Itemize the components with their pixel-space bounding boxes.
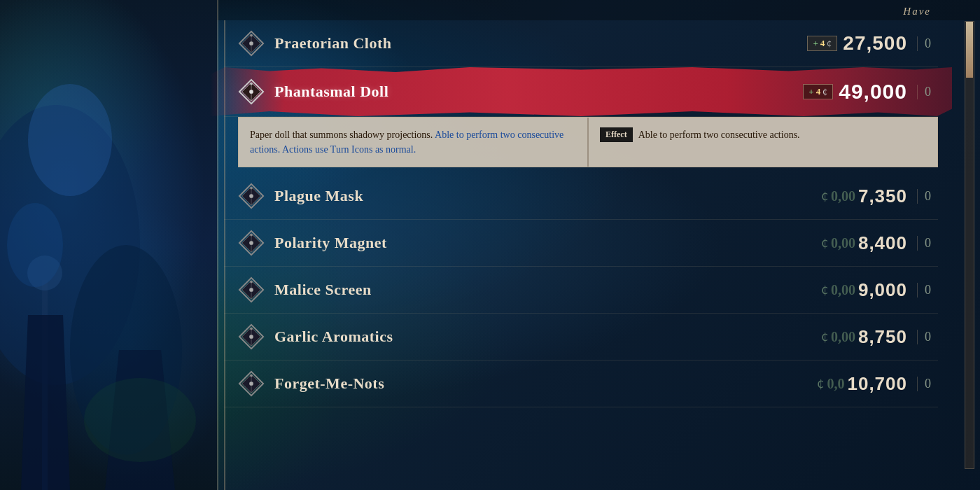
- price-main-polarity-magnet: 8,400: [858, 232, 907, 254]
- price-dimmed-forget-me-nots: 0,0: [827, 376, 844, 392]
- price-section-plague-mask: ₵ 0,00 7,350 0: [821, 186, 931, 207]
- desc-text-plain: Paper doll that summons shadowy projecti…: [250, 130, 435, 140]
- svg-point-33: [250, 281, 253, 284]
- svg-point-8: [84, 378, 196, 462]
- svg-marker-4: [21, 315, 70, 490]
- list-item[interactable]: Garlic Aromatics ₵ 0,00 8,750 0: [224, 314, 938, 360]
- svg-point-23: [250, 187, 253, 190]
- price-dimmed-polarity-magnet: 0,00: [831, 235, 855, 251]
- desc-right-panel: Effect Able to perform two consecutive a…: [589, 118, 937, 167]
- effect-text: Able to perform two consecutive actions.: [638, 127, 800, 142]
- svg-point-32: [249, 288, 253, 292]
- price-section-forget-me-nots: ₵ 0,0 10,700 0: [817, 373, 931, 395]
- price-dimmed-plague-mask: 0,00: [831, 188, 855, 204]
- have-count-garlic-aromatics: 0: [917, 330, 931, 344]
- price-dimmed-malice-screen: 0,00: [831, 282, 855, 298]
- svg-point-42: [249, 382, 253, 386]
- svg-point-37: [249, 335, 253, 339]
- svg-point-18: [250, 83, 253, 85]
- item-name-praetorian-cloth: Praetorian Cloth: [274, 34, 804, 52]
- item-icon-forget-me-nots: [238, 370, 265, 397]
- item-name-polarity-magnet: Polarity Magnet: [274, 234, 821, 252]
- price-section-garlic-aromatics: ₵ 0,00 8,750 0: [821, 326, 931, 348]
- currency-icon: ₵: [821, 237, 828, 250]
- item-icon-malice-screen: [238, 276, 265, 303]
- svg-point-38: [250, 328, 253, 330]
- qty-currency: ₵: [822, 88, 827, 97]
- item-name-malice-screen: Malice Screen: [274, 281, 821, 299]
- effect-badge: Effect: [600, 127, 633, 142]
- have-label: Have: [903, 6, 931, 18]
- price-dimmed-garlic-aromatics: 0,00: [831, 329, 855, 345]
- qty-badge-phantasmal: + 4 ₵: [803, 84, 833, 99]
- left-panel: [0, 0, 217, 490]
- price-main-plague-mask: 7,350: [858, 186, 907, 207]
- list-item[interactable]: Praetorian Cloth + 4 ₵ 27,500 0: [224, 20, 938, 67]
- have-count-plague-mask: 0: [917, 189, 931, 204]
- qty-num: 4: [820, 38, 825, 49]
- svg-point-43: [250, 374, 253, 377]
- currency-icon: ₵: [821, 190, 828, 203]
- list-item[interactable]: Forget-Me-Nots ₵ 0,0 10,700 0: [224, 360, 938, 407]
- item-name-garlic-aromatics: Garlic Aromatics: [274, 328, 821, 346]
- item-icon-phantasmal-doll: [238, 78, 265, 105]
- item-list: Praetorian Cloth + 4 ₵ 27,500 0: [217, 20, 980, 490]
- item-name-plague-mask: Plague Mask: [274, 187, 821, 205]
- item-icon-praetorian-cloth: [238, 30, 265, 57]
- have-count-phantasmal: 0: [917, 85, 931, 99]
- price-main-malice-screen: 9,000: [858, 279, 907, 301]
- item-icon-polarity-magnet: [238, 230, 265, 256]
- price-main-phantasmal: 49,000: [839, 80, 907, 104]
- qty-currency: ₵: [827, 39, 832, 48]
- svg-point-22: [249, 194, 253, 198]
- desc-left-panel: Paper doll that summons shadowy projecti…: [239, 118, 589, 167]
- list-item[interactable]: Plague Mask ₵ 0,00 7,350 0: [224, 173, 938, 220]
- item-description-panel: Paper doll that summons shadowy projecti…: [238, 117, 938, 167]
- price-section-phantasmal: + 4 ₵ 49,000 0: [800, 80, 931, 104]
- header-bar: Have: [217, 0, 980, 20]
- price-main-praetorian: 27,500: [843, 32, 907, 55]
- qty-badge-praetorian: + 4 ₵: [807, 36, 837, 51]
- plus-icon: +: [808, 86, 813, 97]
- item-icon-plague-mask: [238, 183, 265, 209]
- plus-icon: +: [813, 38, 818, 49]
- desc-text: Paper doll that summons shadowy projecti…: [250, 127, 576, 157]
- svg-point-12: [249, 41, 253, 46]
- left-silhouette: [0, 0, 217, 490]
- currency-icon: ₵: [821, 284, 828, 297]
- have-count-forget-me-nots: 0: [917, 377, 931, 391]
- list-item[interactable]: Malice Screen ₵ 0,00 9,000 0: [224, 267, 938, 314]
- svg-point-13: [250, 34, 253, 37]
- phantasmal-doll-section: Phantasmal Doll + 4 ₵ 49,000 0 Paper dol…: [224, 67, 938, 167]
- svg-point-7: [7, 203, 63, 287]
- price-section-praetorian: + 4 ₵ 27,500 0: [804, 32, 931, 55]
- left-panel-bg: [0, 0, 217, 490]
- main-panel: Have Praetorian Cloth + 4: [217, 0, 980, 490]
- price-main-forget-me-nots: 10,700: [847, 373, 907, 395]
- svg-point-6: [28, 84, 112, 196]
- svg-point-17: [249, 90, 253, 94]
- list-item[interactable]: Polarity Magnet ₵ 0,00 8,400 0: [224, 220, 938, 267]
- svg-point-28: [250, 234, 253, 237]
- currency-icon: ₵: [817, 377, 824, 391]
- svg-point-27: [249, 241, 253, 245]
- price-section-malice-screen: ₵ 0,00 9,000 0: [821, 279, 931, 301]
- currency-icon: ₵: [821, 330, 828, 344]
- have-count-polarity-magnet: 0: [917, 236, 931, 251]
- list-item[interactable]: Phantasmal Doll + 4 ₵ 49,000 0: [224, 67, 938, 117]
- price-main-garlic-aromatics: 8,750: [858, 326, 907, 348]
- item-name-forget-me-nots: Forget-Me-Nots: [274, 374, 817, 393]
- price-section-polarity-magnet: ₵ 0,00 8,400 0: [821, 232, 931, 254]
- qty-num: 4: [816, 86, 821, 97]
- have-count-malice-screen: 0: [917, 283, 931, 298]
- item-icon-garlic-aromatics: [238, 323, 265, 350]
- have-count-praetorian: 0: [917, 36, 931, 51]
- item-name-phantasmal-doll: Phantasmal Doll: [274, 83, 800, 101]
